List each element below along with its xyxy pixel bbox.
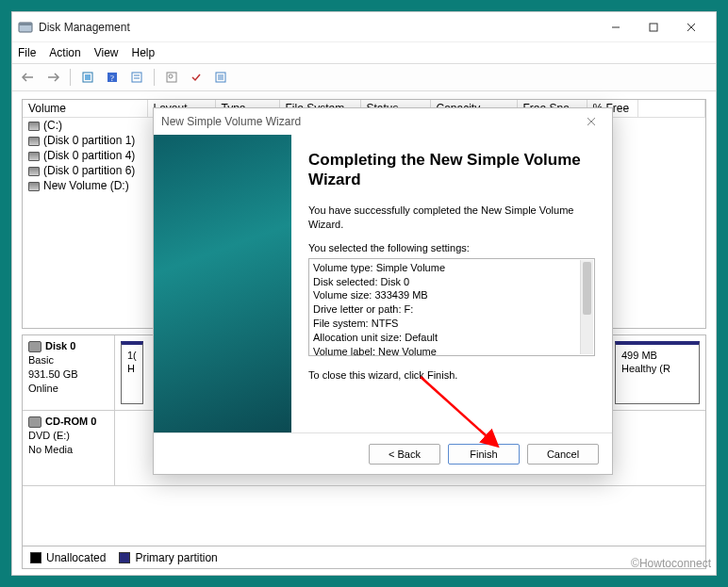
- wizard-selected-label: You selected the following settings:: [308, 241, 595, 255]
- svg-rect-3: [650, 24, 657, 31]
- svg-rect-15: [167, 73, 176, 82]
- volume-icon: [28, 122, 40, 131]
- nav-back-icon[interactable]: [18, 67, 39, 88]
- wizard-close-button[interactable]: [578, 111, 604, 132]
- volume-icon: [28, 152, 40, 161]
- settings-line: Volume size: 333439 MB: [313, 288, 590, 302]
- settings-line: Volume label: New Volume: [313, 345, 590, 356]
- legend-unallocated: Unallocated: [30, 551, 106, 564]
- toolbar-separator: [154, 69, 155, 86]
- disk-head: Disk 0 Basic931.50 GBOnline: [23, 335, 115, 410]
- wizard-dialog: New Simple Volume Wizard Completing the …: [153, 107, 613, 475]
- wizard-main: Completing the New Simple Volume Wizard …: [291, 135, 612, 432]
- wizard-titlebar: New Simple Volume Wizard: [154, 108, 612, 135]
- disk-icon: [28, 416, 41, 428]
- back-button[interactable]: < Back: [369, 444, 440, 465]
- titlebar: Disk Management: [12, 12, 716, 42]
- menubar: File Action View Help: [12, 42, 716, 63]
- menu-action[interactable]: Action: [49, 46, 80, 59]
- col-volume[interactable]: Volume: [23, 100, 147, 118]
- wizard-side-graphic: [154, 135, 291, 432]
- legend-primary: Primary partition: [119, 551, 217, 564]
- list-icon[interactable]: [210, 67, 231, 88]
- wizard-close-hint: To close this wizard, click Finish.: [308, 369, 595, 381]
- wizard-settings-list[interactable]: Volume type: Simple VolumeDisk selected:…: [308, 258, 595, 356]
- partition-box[interactable]: 499 MBHealthy (R: [615, 341, 700, 404]
- menu-help[interactable]: Help: [132, 46, 156, 59]
- disk-icon: [28, 341, 41, 352]
- settings-line: Drive letter or path: F:: [313, 302, 590, 317]
- volume-icon: [28, 167, 40, 176]
- watermark: ©Howtoconnect: [631, 557, 711, 570]
- settings-line: Disk selected: Disk 0: [313, 275, 590, 289]
- nav-fwd-icon[interactable]: [42, 67, 63, 88]
- help-icon[interactable]: ?: [102, 67, 123, 88]
- finish-button[interactable]: Finish: [448, 444, 520, 465]
- check-icon[interactable]: [186, 67, 207, 88]
- svg-rect-1: [19, 23, 32, 25]
- wizard-body: Completing the New Simple Volume Wizard …: [154, 135, 612, 432]
- close-button[interactable]: [672, 14, 710, 41]
- scrollbar-thumb[interactable]: [583, 262, 591, 315]
- minimize-button[interactable]: [597, 14, 635, 41]
- toolbar-separator: [70, 69, 71, 86]
- disk-head: CD-ROM 0 DVD (E:)No Media: [23, 411, 115, 485]
- maximize-button[interactable]: [635, 14, 672, 41]
- wizard-footer: < Back Finish Cancel: [154, 432, 612, 474]
- toolbar: ?: [12, 63, 716, 91]
- volume-icon: [28, 182, 40, 191]
- app-icon: [18, 20, 33, 35]
- refresh-icon[interactable]: [77, 67, 98, 88]
- svg-rect-9: [85, 74, 91, 80]
- wizard-heading: Completing the New Simple Volume Wizard: [308, 150, 595, 190]
- menu-file[interactable]: File: [18, 46, 36, 59]
- wizard-success-text: You have successfully completed the New …: [308, 204, 595, 233]
- menu-view[interactable]: View: [94, 46, 119, 59]
- volume-icon: [28, 137, 40, 146]
- svg-text:?: ?: [110, 73, 114, 83]
- svg-point-16: [169, 74, 173, 78]
- window-title: Disk Management: [39, 21, 597, 34]
- col-blank[interactable]: [637, 100, 705, 118]
- settings-line: Allocation unit size: Default: [313, 331, 590, 345]
- svg-rect-12: [132, 73, 141, 82]
- legend-bar: Unallocated Primary partition: [22, 546, 706, 569]
- cancel-button[interactable]: Cancel: [527, 444, 599, 465]
- settings-line: Volume type: Simple Volume: [313, 261, 590, 275]
- wizard-title-text: New Simple Volume Wizard: [161, 115, 301, 128]
- partition-box[interactable]: 1(H: [121, 341, 143, 404]
- props-icon[interactable]: [126, 67, 147, 88]
- settings-line: File system: NTFS: [313, 317, 590, 331]
- scrollbar[interactable]: [580, 260, 593, 354]
- find-icon[interactable]: [161, 67, 182, 88]
